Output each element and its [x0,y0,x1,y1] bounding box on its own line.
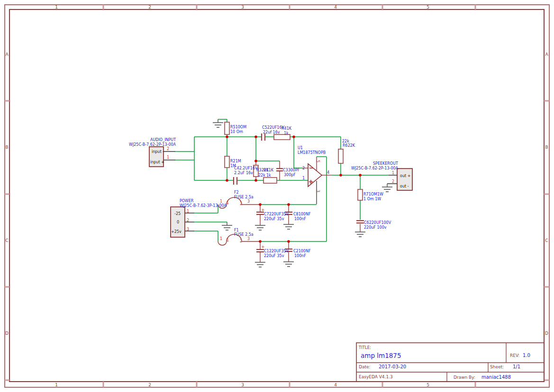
label-f2[interactable]: F2 [234,190,239,195]
label-power[interactable]: POWER [180,199,194,203]
pin-label-out-plus[interactable]: out + [400,174,410,178]
pin-number[interactable]: 3 [187,227,189,232]
value-r7[interactable]: 1 Om 1W [363,197,381,201]
pin-label-input-minus[interactable]: input - [152,150,164,154]
junction-dot [259,203,262,206]
label-c8[interactable]: C8100NF [293,212,311,216]
value-f1[interactable]: FUSE 2.5a [234,232,254,237]
pin-number[interactable]: 3 [247,237,250,241]
pin-number[interactable]: 2 [167,147,169,151]
pin-number[interactable]: 1 [167,155,169,160]
pin-label-out-minus[interactable]: out - [400,184,409,188]
pin-number[interactable]: 1 [302,176,305,180]
value-c5[interactable]: 22uf 16v [263,130,280,134]
pin-number[interactable]: 2 [302,166,305,170]
resistor-R2[interactable] [225,156,229,168]
pin-number[interactable]: 1 [227,238,229,242]
value-c2[interactable]: 100nF [294,254,306,258]
ruler-column-label: 1 [55,5,58,9]
date-label: Date: [359,365,371,369]
value-r5[interactable]: 10 Om [230,130,243,134]
ruler-column-label: 5 [427,383,429,387]
value-r6[interactable]: 22k [342,139,349,143]
polarity-plus[interactable]: + [261,207,265,212]
value-c4[interactable]: 2.2uF 16v [234,171,253,175]
pin-number[interactable]: 2 [392,179,394,184]
pin-number[interactable]: 3 [316,190,320,192]
label-r2[interactable]: R21M [230,159,241,163]
label-c1[interactable]: C1220UF35V [264,249,289,253]
junction-dot [254,160,257,162]
value-r1[interactable]: 1k [266,173,271,178]
ruler-row-label: B [5,145,8,150]
label-speaker-part[interactable]: WJ25C-B-7.62-2P-13-00A [351,166,399,170]
label-c3[interactable]: C3300PF [283,168,300,172]
ruler-row-label: D [545,331,548,336]
value-r3[interactable]: 22k [258,173,265,178]
drawn-by-value[interactable]: maniac1488 [481,374,511,380]
ruler-row-label: C [5,238,8,243]
ruler-row-label: B [545,145,548,150]
label-audio-input[interactable]: AUDIO_INPUT [150,138,176,142]
label-c2[interactable]: C2100NF [293,249,311,253]
value-c8[interactable]: 100nF [294,217,306,221]
sheet-outer-border [5,5,549,387]
value-u1[interactable]: LM1875TNOPB [298,151,326,155]
rev-value[interactable]: 1.0 [523,353,530,358]
label-r1[interactable]: R11K [263,168,274,172]
label-audio-input-part[interactable]: WJ25C-B-7.62-2P-13-00A [129,143,176,147]
ruler-row-label: A [5,52,9,57]
resistor-R6[interactable] [338,149,343,163]
label-r7[interactable]: R71OM1W [363,192,383,196]
label-f1[interactable]: F1 [234,228,239,232]
value-f2[interactable]: FUSE 2.5a [234,195,254,199]
pin-number[interactable]: 1 [227,201,229,205]
title-value[interactable]: amp lm1875 [361,352,401,359]
pin-number[interactable]: 1 [187,209,189,214]
pin-number[interactable]: 1 [392,171,394,175]
label-c7[interactable]: C7220UF35V [264,212,289,216]
junction-dot [254,135,257,138]
pin-number[interactable]: 5 [316,160,320,162]
label-c4[interactable]: C42.2UF16V [234,166,258,170]
ruler-row-label: C [545,238,548,243]
pin-label-pos25[interactable]: +25v [171,230,182,234]
pin-number[interactable]: 4 [327,170,329,175]
title-label: TITLE: [358,345,371,350]
pin-number[interactable]: 2 [240,239,242,243]
value-c3[interactable]: 300pF [284,173,296,177]
pin-label-neg25[interactable]: -25 [174,212,181,216]
pin-number[interactable]: 1 [220,199,222,204]
pin-label-input-plus[interactable]: input + [150,160,164,164]
pin-number[interactable]: 1 [220,237,222,241]
ruler-column-label: 4 [334,383,337,387]
junction-dot [292,135,295,138]
resistor-R1[interactable] [263,178,277,183]
label-u1[interactable]: U1 [298,146,303,150]
label-r6[interactable]: R622K [343,143,355,148]
junction-dot [339,174,342,177]
label-r5[interactable]: R510OM [230,125,246,129]
pin-number[interactable]: 2 [187,218,189,223]
label-power-part[interactable]: WJ25C-B-7.62-3P-13-00A [180,204,227,208]
pin-number[interactable]: 2 [240,202,242,206]
sheet-value[interactable]: 1/1 [513,364,520,369]
polarity-plus[interactable]: + [261,244,265,249]
junction-dot [287,203,290,206]
label-r4[interactable]: R41K [282,126,292,131]
opamp-U1[interactable] [308,164,322,187]
value-c7[interactable]: 220uF 35v [264,217,284,221]
ruler-column-label: 2 [148,5,151,9]
junction-dot [287,240,290,243]
value-c1[interactable]: 220uF 35v [264,254,284,258]
pin-number[interactable]: 3 [247,199,250,204]
label-speaker-out[interactable]: SPEEKEROUT [373,161,398,166]
date-value[interactable]: 2017-03-20 [379,364,406,369]
resistor-R7[interactable] [358,189,363,200]
resistor-R5[interactable] [225,122,229,134]
label-c6[interactable]: C6220UF100V [364,221,391,225]
junction-dot [259,240,262,243]
value-c6[interactable]: 220uF 100v [364,225,387,230]
value-r4[interactable]: 1k [284,131,289,135]
pin-label-zero[interactable]: 0 [177,220,179,224]
